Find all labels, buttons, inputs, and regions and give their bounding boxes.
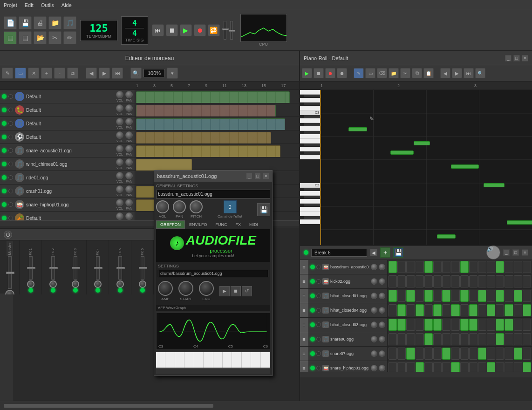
master-vol-knob[interactable] [5,290,14,294]
rhythm-step-btn[interactable] [496,290,504,302]
piano-key-white[interactable] [300,98,320,102]
rhythm-step-btn[interactable] [514,261,522,273]
rhythm-step-btn[interactable] [451,333,459,345]
rt-led-5[interactable] [310,322,315,327]
rhythm-step-btn[interactable] [397,319,406,331]
rhythm-track-drag[interactable]: ≡ [300,347,308,361]
rhythm-step-btn[interactable] [478,348,486,360]
rhythm-step-btn[interactable] [460,304,469,316]
piano-key-black[interactable] [304,144,320,147]
rhythm-step-btn[interactable] [514,319,522,331]
rt-vol-5[interactable] [371,321,377,328]
pitch-slider-track[interactable] [230,21,233,40]
mini-key-white[interactable] [251,352,260,368]
rt-vol-1[interactable] [371,264,377,270]
rhythm-led[interactable] [304,250,308,255]
piano-key-black[interactable] [304,115,320,118]
rhythm-step-btn[interactable] [397,304,406,316]
rt-pan-6[interactable] [379,336,385,342]
rhythm-step-btn[interactable] [416,304,424,316]
time-sig[interactable]: 4 4 TIME SIG [121,16,148,45]
rt-led-7[interactable] [310,351,315,356]
rhythm-step-btn[interactable] [424,290,433,302]
rhythm-step-btn[interactable] [496,304,504,316]
rhythm-step-btn[interactable] [389,275,397,287]
pr-stop-btn[interactable]: ⏹ [314,68,324,78]
loop-btn[interactable]: 🔁 [208,24,220,36]
piano-key-white[interactable] [300,90,320,95]
rhythm-step-btn[interactable] [389,290,397,302]
pr-close-btn[interactable]: × [522,55,528,62]
pr-end-btn[interactable]: ⏭ [464,68,474,78]
piano-key-black[interactable] [304,204,320,207]
rhythm-step-btn[interactable] [451,290,459,302]
pr-folder-btn[interactable]: 📁 [389,68,399,78]
rhythm-step-btn[interactable] [469,275,477,287]
rhythm-step-btn[interactable] [505,290,513,302]
rhythm-step-btn[interactable] [514,333,522,345]
rhythm-step-btn[interactable] [514,362,522,372]
rhythm-step-btn[interactable] [406,261,415,273]
rt-led-2[interactable] [310,279,315,284]
piano-key-c2[interactable]: C2 [300,183,320,188]
fx5-thumb[interactable] [116,267,125,269]
rhythm-step-btn[interactable] [397,333,406,345]
fx1-knob[interactable] [27,280,34,288]
piano-key-white[interactable] [300,199,320,204]
afp-tab-envlfo[interactable]: ENV/LFO [185,220,211,229]
rhythm-step-btn[interactable] [487,290,495,302]
afp-tab-greffon[interactable]: GREFFON [156,220,185,229]
fx3-knob[interactable] [72,280,79,288]
rhythm-step-btn[interactable] [460,261,469,273]
rhythm-step-btn[interactable] [406,304,415,316]
clip-btn[interactable]: ✂ [48,31,61,44]
piano-key-white[interactable] [300,126,320,131]
rhythm-step-btn[interactable] [389,319,397,331]
afp-tab-func[interactable]: FUNC [211,220,232,229]
rhythm-step-btn[interactable] [389,333,397,345]
afp-play-mini[interactable]: ▶ [219,286,230,296]
piano-key-white[interactable] [300,219,320,224]
piano-key-black[interactable] [304,216,320,219]
pr-next-btn[interactable]: ▶ [452,68,462,78]
rt-led-3[interactable] [310,294,315,298]
rhythm-step-btn[interactable] [416,275,424,287]
rhythm-step-btn[interactable] [424,348,433,360]
rhythm-step-btn[interactable] [505,304,513,316]
open-btn[interactable]: 💾 [19,16,32,29]
rt-vol-7[interactable] [371,350,377,357]
fx5-knob[interactable] [116,280,124,288]
afp-scrollbar[interactable] [156,368,270,374]
pr-rec2-btn[interactable]: ⏺ [337,68,347,78]
rt-mute-1[interactable] [316,265,321,269]
rhythm-step-btn[interactable] [433,261,442,273]
rhythm-step-btn[interactable] [424,333,433,345]
rhythm-step-btn[interactable] [451,261,459,273]
vol-slider-track[interactable] [224,21,226,40]
rhythm-track-drag[interactable]: ≡ [300,260,308,274]
rhythm-step-btn[interactable] [397,290,406,302]
rhythm-step-btn[interactable] [442,290,450,302]
note-block[interactable] [414,141,430,145]
rhythm-step-btn[interactable] [424,362,433,372]
pr-copy-btn[interactable]: ⧉ [412,68,422,78]
rhythm-step-btn[interactable] [460,290,469,302]
fx1-fader[interactable] [29,256,33,280]
rhythm-step-btn[interactable] [487,275,495,287]
rt-led-8[interactable] [310,366,315,370]
fx2-knob[interactable] [49,280,57,288]
rhythm-step-btn[interactable] [487,362,495,372]
piano-key-c3[interactable]: C3 [300,110,320,115]
rhythm-step-btn[interactable] [523,304,531,316]
rhythm-step-btn[interactable] [523,362,531,372]
rhythm-step-btn[interactable] [433,275,442,287]
afp-minimize-btn[interactable]: _ [246,173,252,179]
note-block[interactable] [451,164,479,169]
rhythm-step-btn[interactable] [496,362,504,372]
pencil-btn[interactable]: ✏ [63,31,76,44]
rhythm-step-btn[interactable] [460,348,469,360]
pr-minimize-btn[interactable]: _ [505,55,512,62]
rhythm-step-btn[interactable] [496,319,504,331]
rhythm-step-btn[interactable] [505,333,513,345]
piano-key-black[interactable] [304,102,320,106]
